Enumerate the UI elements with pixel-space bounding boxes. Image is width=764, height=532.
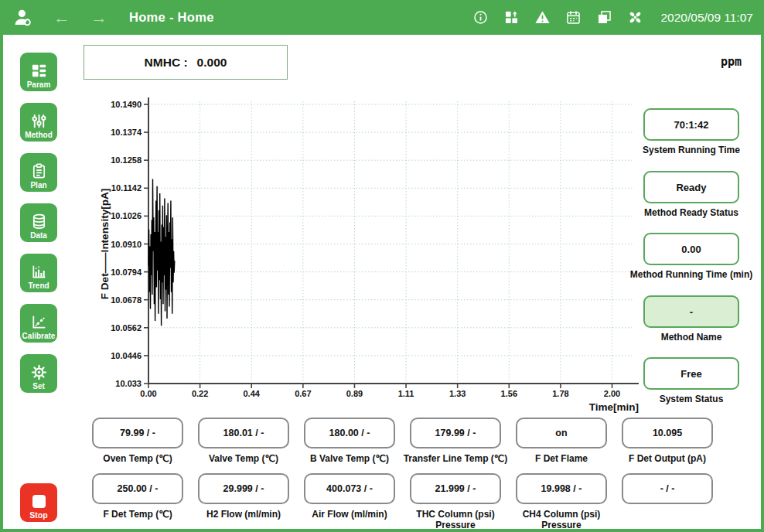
status-value-box: 70:1:42 <box>643 108 739 141</box>
param-transfer-line-temp: 179.99 / -Transfer Line Temp (℃) <box>410 418 501 464</box>
status-label: Method Name <box>661 332 722 343</box>
sidebar-item-calibrate[interactable]: Calibrate <box>20 304 57 343</box>
nav-back-icon[interactable]: ← <box>53 9 70 26</box>
y-tick-label: 10.1026 <box>111 211 142 220</box>
sidebar-item-method[interactable]: Method <box>20 103 57 142</box>
nmhc-readout: NMHC : 0.000 <box>84 45 288 80</box>
param-label: F Det Output (pA) <box>629 453 706 464</box>
status-value-box: Free <box>643 357 739 390</box>
apps-grid-icon[interactable] <box>503 9 520 26</box>
x-tick-label: 0.22 <box>192 389 208 398</box>
status-value-box: 0.00 <box>643 233 739 265</box>
y-tick-label: 10.0446 <box>111 351 142 360</box>
sidebar-item-set[interactable]: Set <box>20 354 57 393</box>
sidebar: ParamMethodPlanDataTrendCalibrateSet <box>20 53 57 404</box>
top-bar: ← → Home - Home 2020/05/09 11:07 <box>0 0 764 35</box>
param-value-box: 250.00 / - <box>92 473 183 504</box>
param-label: CH4 Column (psi)Pressure <box>523 509 601 531</box>
param-value-box: 79.99 / - <box>92 418 183 448</box>
sidebar-item-label: Data <box>30 231 47 240</box>
status-item-system-status: FreeSystem Status <box>643 357 739 404</box>
window-edge-bottom <box>0 529 764 532</box>
user-icon[interactable] <box>12 7 33 28</box>
param-label: Oven Temp (℃) <box>103 453 172 464</box>
y-tick-label: 10.0678 <box>111 295 142 305</box>
status-item-method-ready-status: ReadyMethod Ready Status <box>643 171 739 218</box>
sidebar-item-param[interactable]: Param <box>20 53 57 91</box>
status-item-system-running-time: 70:1:42System Running Time <box>643 108 739 155</box>
sidebar-item-label: Set <box>32 382 45 390</box>
param-row-1: 79.99 / -Oven Temp (℃)180.01 / -Valve Te… <box>92 418 713 464</box>
method-sliders-icon <box>30 112 48 130</box>
param-f-det-flame: onF Det Flame <box>516 418 607 464</box>
unit-label: ppm <box>721 55 742 69</box>
x-axis-label: Time[min] <box>589 401 639 413</box>
chart-trace <box>148 179 175 326</box>
sidebar-item-label: Trend <box>28 281 49 290</box>
y-tick-label: 10.1374 <box>111 128 142 137</box>
param-spare: - / - <box>622 473 713 531</box>
x-tick-label: 0.00 <box>140 389 156 398</box>
window-edge-right <box>761 35 764 532</box>
x-tick-label: 0.67 <box>295 389 311 398</box>
param-label: F Det Temp (℃) <box>103 509 172 520</box>
info-icon[interactable] <box>472 9 489 26</box>
param-label: Valve Temp (℃) <box>209 453 278 464</box>
param-grid-icon <box>30 62 48 80</box>
set-gear-icon <box>30 363 48 381</box>
param-air-flow-ml-min: 400.073 / -Air Flow (ml/min) <box>304 473 395 531</box>
x-tick-label: 1.78 <box>552 389 568 398</box>
param-label: THC Column (psi)Pressure <box>416 509 494 531</box>
sidebar-item-trend[interactable]: Trend <box>20 254 57 292</box>
status-value-box: Ready <box>643 171 739 203</box>
nmhc-label: NMHC : <box>145 56 188 70</box>
param-value-box: 10.095 <box>622 418 713 448</box>
stop-button[interactable]: Stop <box>20 483 57 522</box>
y-axis-label: F Det——Intensity[pA] <box>99 189 111 299</box>
param-label: B Valve Temp (℃) <box>310 453 389 464</box>
sidebar-item-label: Calibrate <box>22 332 56 340</box>
window-edge-left <box>0 35 3 532</box>
chart-svg: 10.03310.044610.056210.067810.079410.091… <box>85 87 642 424</box>
y-tick-label: 10.1142 <box>111 183 142 193</box>
warning-icon[interactable] <box>534 9 551 26</box>
param-label: Air Flow (ml/min) <box>312 509 387 520</box>
sidebar-item-data[interactable]: Data <box>20 203 57 242</box>
y-tick-label: 10.033 <box>115 379 142 388</box>
x-tick-label: 0.89 <box>346 389 363 398</box>
param-value-box: 19.998 / - <box>516 473 607 504</box>
calendar-icon[interactable] <box>565 9 582 26</box>
status-label: System Status <box>660 394 724 404</box>
x-tick-label: 2.00 <box>604 389 620 398</box>
signal-chart: 10.03310.044610.056210.067810.079410.091… <box>85 87 642 424</box>
status-value-box: - <box>643 295 739 328</box>
param-ch4-column-psi: 19.998 / -CH4 Column (psi)Pressure <box>516 473 607 531</box>
param-row-2: 250.00 / -F Det Temp (℃)29.999 / -H2 Flo… <box>92 473 713 531</box>
nmhc-value: 0.000 <box>197 56 227 70</box>
nav-forward-icon[interactable]: → <box>90 9 107 26</box>
param-value-box: 179.99 / - <box>410 418 501 448</box>
datetime-display: 2020/05/09 11:07 <box>660 11 753 25</box>
param-label: H2 Flow (ml/min) <box>206 509 281 520</box>
data-database-icon <box>30 213 48 230</box>
windows-icon[interactable] <box>596 9 612 26</box>
y-tick-label: 10.0910 <box>111 240 142 249</box>
status-label: Method Running Time (min) <box>630 269 752 280</box>
status-label: Method Ready Status <box>644 207 738 218</box>
y-tick-label: 10.1490 <box>111 100 142 109</box>
status-item-method-name: -Method Name <box>643 295 739 343</box>
sidebar-item-plan[interactable]: Plan <box>20 153 57 192</box>
y-tick-label: 10.0794 <box>111 268 142 277</box>
sidebar-item-label: Method <box>25 131 53 139</box>
x-tick-label: 1.56 <box>501 389 517 398</box>
param-value-box: 180.00 / - <box>304 418 395 448</box>
sidebar-item-label: Plan <box>30 181 46 189</box>
param-label: F Det Flame <box>535 453 588 464</box>
param-f-det-output-pa: 10.095F Det Output (pA) <box>622 418 713 464</box>
param-h2-flow-ml-min: 29.999 / -H2 Flow (ml/min) <box>198 473 289 531</box>
param-value-box: - / - <box>622 473 713 504</box>
stop-square-icon <box>32 495 46 508</box>
sidebar-item-label: Param <box>27 80 51 89</box>
param-value-box: on <box>516 418 607 448</box>
fan-icon[interactable] <box>627 9 643 26</box>
